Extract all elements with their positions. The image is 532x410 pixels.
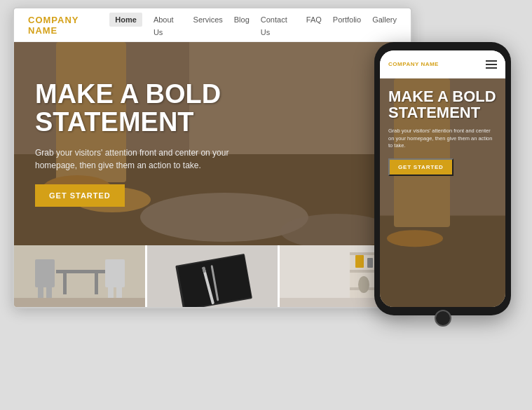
hamburger-line-1 bbox=[486, 60, 497, 62]
desktop-logo: COMPANY NAME bbox=[28, 15, 109, 36]
scene: COMPANY NAME Home About Us Services Blog… bbox=[0, 0, 532, 410]
mobile-hamburger-button[interactable] bbox=[486, 60, 497, 69]
mobile-hero: MAKE A BOLD STATEMENT Grab your visitors… bbox=[380, 78, 505, 307]
nav-item-services[interactable]: Services bbox=[193, 13, 223, 38]
nav-item-gallery[interactable]: Gallery bbox=[372, 13, 397, 38]
mobile-mockup: COMPANY NAME M bbox=[374, 42, 511, 315]
mobile-hero-title: MAKE A BOLD STATEMENT bbox=[388, 88, 497, 121]
desktop-cta-button[interactable]: GET STARTED bbox=[35, 184, 125, 207]
svg-rect-31 bbox=[355, 255, 364, 268]
svg-rect-12 bbox=[95, 273, 98, 294]
mobile-logo: COMPANY NAME bbox=[388, 61, 439, 67]
svg-rect-32 bbox=[367, 258, 373, 268]
desktop-gallery bbox=[14, 245, 411, 308]
svg-rect-14 bbox=[38, 284, 43, 298]
svg-rect-10 bbox=[56, 270, 105, 273]
hamburger-line-2 bbox=[486, 64, 497, 65]
gallery-item-chairs bbox=[14, 245, 145, 308]
desktop-hero-title: MAKE A BOLD STATEMENT bbox=[35, 81, 273, 137]
svg-rect-19 bbox=[14, 298, 145, 308]
svg-rect-15 bbox=[46, 284, 52, 298]
desktop-nav-links: Home About Us Services Blog Contact Us F… bbox=[109, 13, 397, 38]
mobile-screen: COMPANY NAME M bbox=[380, 50, 505, 307]
nav-item-portfolio[interactable]: Portfolio bbox=[333, 13, 361, 38]
svg-rect-16 bbox=[105, 259, 125, 287]
mobile-nav: COMPANY NAME bbox=[380, 50, 505, 78]
svg-rect-17 bbox=[108, 284, 114, 298]
nav-item-faq[interactable]: FAQ bbox=[306, 13, 322, 38]
nav-item-blog[interactable]: Blog bbox=[234, 13, 250, 38]
nav-item-home[interactable]: Home bbox=[109, 13, 142, 38]
gallery-item-notebook bbox=[145, 245, 278, 308]
mobile-cta-button[interactable]: GET STARTED bbox=[388, 158, 453, 176]
desktop-nav: COMPANY NAME Home About Us Services Blog… bbox=[14, 8, 411, 42]
desktop-mockup: COMPANY NAME Home About Us Services Blog… bbox=[13, 7, 412, 308]
mobile-hero-subtitle: Grab your visitors' attention front and … bbox=[388, 128, 497, 150]
nav-item-contact[interactable]: Contact Us bbox=[261, 13, 295, 38]
svg-rect-11 bbox=[63, 273, 67, 294]
hamburger-line-3 bbox=[486, 67, 497, 69]
svg-rect-18 bbox=[116, 284, 122, 298]
svg-point-34 bbox=[358, 276, 369, 293]
mobile-home-button[interactable] bbox=[435, 310, 451, 327]
desktop-hero: MAKE A BOLD STATEMENT Grab your visitors… bbox=[14, 42, 411, 245]
nav-item-about[interactable]: About Us bbox=[154, 13, 182, 38]
desktop-hero-content: MAKE A BOLD STATEMENT Grab your visitors… bbox=[35, 81, 390, 207]
desktop-hero-subtitle: Grab your visitors' attention front and … bbox=[35, 146, 245, 172]
svg-rect-13 bbox=[35, 259, 55, 287]
